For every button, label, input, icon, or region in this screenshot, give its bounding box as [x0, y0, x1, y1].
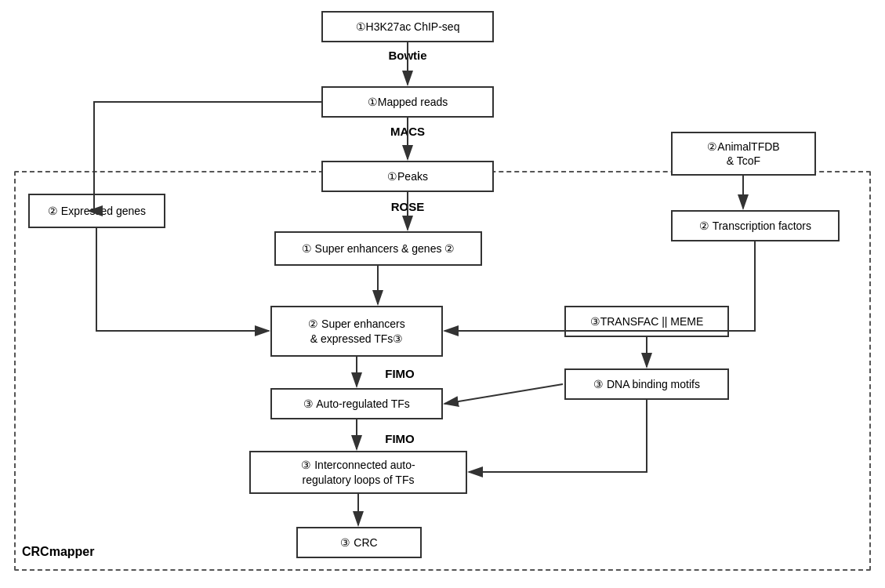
chipseq-box: ①H3K27ac ChIP-seq — [321, 11, 494, 42]
transfac-meme-box: ③TRANSFAC || MEME — [564, 306, 729, 337]
diagram-container: CRCmapper ①H3K27ac ChIP-seq ①Mapped read… — [0, 0, 885, 588]
crc-box: ③ CRC — [296, 527, 422, 558]
mapped-reads-box: ①Mapped reads — [321, 86, 494, 118]
fimo2-label: FIMO — [337, 428, 462, 448]
interconnected-box: ③ Interconnected auto- regulatory loops … — [249, 451, 467, 494]
dna-binding-motifs-box: ③ DNA binding motifs — [564, 368, 729, 400]
crcmapper-label: CRCmapper — [22, 545, 94, 559]
fimo1-label: FIMO — [337, 363, 462, 383]
macs-label: MACS — [345, 121, 470, 141]
bowtie-label: Bowtie — [345, 45, 470, 65]
expressed-genes-box: ② Expressed genes — [28, 194, 165, 228]
peaks-box: ①Peaks — [321, 161, 494, 192]
transcription-factors-box: ② Transcription factors — [671, 210, 840, 241]
super-expressed-tfs-box: ② Super enhancers & expressed TFs③ — [270, 306, 443, 357]
animaltfdb-box: ②AnimalTFDB & TcoF — [671, 132, 816, 176]
rose-label: ROSE — [345, 196, 470, 216]
auto-regulated-tfs-box: ③ Auto-regulated TFs — [270, 388, 443, 419]
super-enhancers-genes-box: ① Super enhancers & genes ② — [274, 231, 482, 266]
